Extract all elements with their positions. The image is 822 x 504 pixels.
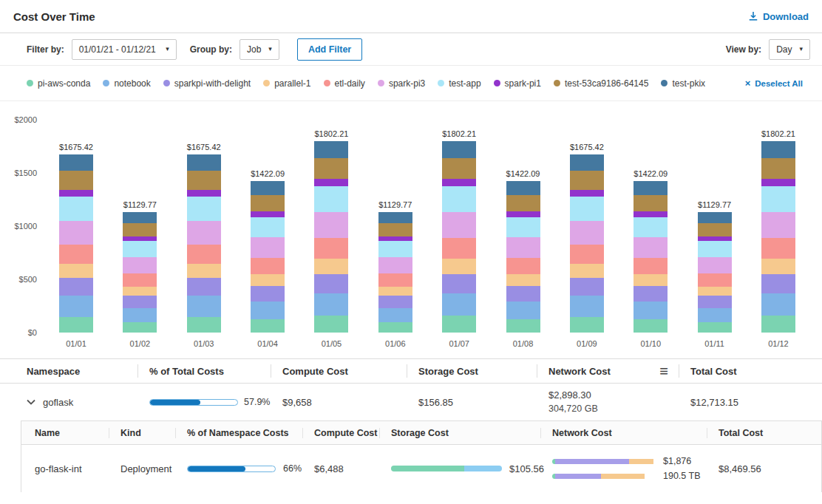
bar-segment-test-app[interactable] xyxy=(761,186,795,212)
bar-segment-test-pkix[interactable] xyxy=(59,154,93,171)
bar-segment-etl-daily[interactable] xyxy=(123,273,157,287)
bar-segment-test-app[interactable] xyxy=(251,217,285,238)
legend-item-parallel-1[interactable]: parallel-1 xyxy=(263,78,310,89)
bar-segment-test-app[interactable] xyxy=(314,186,348,212)
bar-segment-parallel-1[interactable] xyxy=(570,264,604,278)
bar-segment-pi-aws-conda[interactable] xyxy=(761,316,795,333)
bar-segment-pi-aws-conda[interactable] xyxy=(251,319,285,333)
bar-segment-test-53ca9186-64145[interactable] xyxy=(123,223,157,236)
workload-row[interactable]: go-flask-int Deployment 66% $6,488 $105.… xyxy=(21,445,821,492)
bar-segment-test-53ca9186-64145[interactable] xyxy=(570,171,604,190)
legend-item-pi-aws-conda[interactable]: pi-aws-conda xyxy=(27,78,90,89)
bar-segment-parallel-1[interactable] xyxy=(251,274,285,286)
bar-segment-test-app[interactable] xyxy=(442,186,476,212)
bar-segment-parallel-1[interactable] xyxy=(442,259,476,273)
legend-item-spark-pi3[interactable]: spark-pi3 xyxy=(378,78,425,89)
bar-segment-test-53ca9186-64145[interactable] xyxy=(187,171,221,190)
bar-segment-sparkpi-with-delight[interactable] xyxy=(123,296,157,307)
stacked-bar[interactable] xyxy=(123,212,157,333)
bar-segment-etl-daily[interactable] xyxy=(506,258,540,274)
bar-segment-spark-pi1[interactable] xyxy=(187,190,221,197)
bar-segment-spark-pi3[interactable] xyxy=(378,257,412,273)
bar-segment-etl-daily[interactable] xyxy=(442,238,476,259)
bar-segment-test-pkix[interactable] xyxy=(251,181,285,195)
bar-segment-test-pkix[interactable] xyxy=(506,181,540,195)
bar-segment-test-53ca9186-64145[interactable] xyxy=(634,195,668,211)
bar-segment-spark-pi3[interactable] xyxy=(187,221,221,245)
bar-segment-spark-pi3[interactable] xyxy=(570,221,604,245)
stacked-bar[interactable] xyxy=(761,141,795,333)
bar-segment-test-pkix[interactable] xyxy=(378,212,412,223)
bar-segment-test-53ca9186-64145[interactable] xyxy=(698,223,732,236)
bar-segment-notebook[interactable] xyxy=(698,308,732,322)
bar-segment-test-pkix[interactable] xyxy=(634,181,668,195)
bar-segment-test-app[interactable] xyxy=(187,197,221,221)
bar-segment-test-app[interactable] xyxy=(378,241,412,257)
bar-segment-test-app[interactable] xyxy=(698,241,732,257)
bar-segment-sparkpi-with-delight[interactable] xyxy=(761,274,795,293)
bar-segment-test-pkix[interactable] xyxy=(442,141,476,159)
stacked-bar[interactable] xyxy=(634,181,668,333)
bar-segment-spark-pi1[interactable] xyxy=(59,190,93,197)
bar-segment-spark-pi3[interactable] xyxy=(442,212,476,238)
bar-segment-test-53ca9186-64145[interactable] xyxy=(59,171,93,190)
legend-item-test-pkix[interactable]: test-pkix xyxy=(661,78,705,89)
stacked-bar[interactable] xyxy=(187,154,221,333)
legend-item-test-53ca9186-64145[interactable]: test-53ca9186-64145 xyxy=(554,78,648,89)
add-filter-button[interactable]: Add Filter xyxy=(297,38,362,61)
bar-segment-pi-aws-conda[interactable] xyxy=(378,322,412,333)
bar-segment-test-53ca9186-64145[interactable] xyxy=(506,195,540,211)
bar-segment-spark-pi1[interactable] xyxy=(314,179,348,185)
bar-segment-pi-aws-conda[interactable] xyxy=(634,319,668,333)
bar-segment-notebook[interactable] xyxy=(123,308,157,322)
stacked-bar[interactable] xyxy=(314,141,348,333)
bar-segment-parallel-1[interactable] xyxy=(378,287,412,296)
bar-segment-spark-pi3[interactable] xyxy=(59,221,93,245)
deselect-all-button[interactable]: × Deselect All xyxy=(745,78,803,88)
bar-segment-notebook[interactable] xyxy=(59,296,93,316)
bar-segment-pi-aws-conda[interactable] xyxy=(570,317,604,333)
namespace-cell[interactable]: goflask xyxy=(12,397,137,408)
bar-segment-test-app[interactable] xyxy=(59,197,93,221)
bar-segment-test-app[interactable] xyxy=(634,217,668,238)
bar-segment-sparkpi-with-delight[interactable] xyxy=(506,286,540,302)
bar-segment-spark-pi3[interactable] xyxy=(761,212,795,238)
bar-segment-notebook[interactable] xyxy=(761,293,795,316)
bar-segment-spark-pi1[interactable] xyxy=(761,179,795,185)
bar-segment-parallel-1[interactable] xyxy=(761,259,795,273)
menu-icon[interactable]: ≡ xyxy=(659,364,668,378)
bar-segment-etl-daily[interactable] xyxy=(570,245,604,264)
bar-segment-sparkpi-with-delight[interactable] xyxy=(698,296,732,307)
legend-item-etl-daily[interactable]: etl-daily xyxy=(324,78,365,89)
bar-segment-parallel-1[interactable] xyxy=(123,287,157,296)
bar-segment-spark-pi3[interactable] xyxy=(123,257,157,273)
chevron-down-icon[interactable] xyxy=(27,399,35,405)
bar-segment-sparkpi-with-delight[interactable] xyxy=(251,286,285,302)
bar-segment-spark-pi3[interactable] xyxy=(506,237,540,258)
bar-segment-parallel-1[interactable] xyxy=(698,287,732,296)
bar-segment-etl-daily[interactable] xyxy=(378,273,412,287)
bar-segment-pi-aws-conda[interactable] xyxy=(698,322,732,333)
bar-segment-test-53ca9186-64145[interactable] xyxy=(761,158,795,179)
bar-segment-parallel-1[interactable] xyxy=(187,264,221,278)
bar-segment-spark-pi3[interactable] xyxy=(698,257,732,273)
stacked-bar[interactable] xyxy=(506,181,540,333)
bar-segment-test-pkix[interactable] xyxy=(187,154,221,171)
date-range-select[interactable]: 01/01/21 - 01/12/21 ▾ xyxy=(72,39,177,60)
bar-segment-etl-daily[interactable] xyxy=(59,245,93,264)
bar-segment-spark-pi1[interactable] xyxy=(570,190,604,197)
legend-item-sparkpi-with-delight[interactable]: sparkpi-with-delight xyxy=(163,78,251,89)
bar-segment-test-53ca9186-64145[interactable] xyxy=(314,158,348,179)
bar-segment-test-53ca9186-64145[interactable] xyxy=(251,195,285,211)
bar-segment-test-53ca9186-64145[interactable] xyxy=(442,158,476,179)
bar-segment-sparkpi-with-delight[interactable] xyxy=(59,278,93,296)
bar-segment-test-app[interactable] xyxy=(123,241,157,257)
bar-segment-spark-pi3[interactable] xyxy=(314,212,348,238)
bar-segment-sparkpi-with-delight[interactable] xyxy=(314,274,348,293)
bar-segment-spark-pi1[interactable] xyxy=(506,211,540,217)
stacked-bar[interactable] xyxy=(442,141,476,333)
bar-segment-notebook[interactable] xyxy=(442,293,476,316)
bar-segment-test-53ca9186-64145[interactable] xyxy=(378,223,412,236)
legend-item-test-app[interactable]: test-app xyxy=(438,78,480,89)
bar-segment-sparkpi-with-delight[interactable] xyxy=(442,274,476,293)
